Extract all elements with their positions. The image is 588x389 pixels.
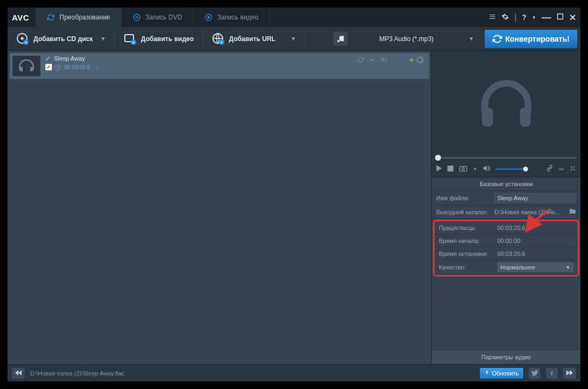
link-icon[interactable] (546, 165, 553, 173)
folder-icon[interactable] (569, 208, 576, 215)
video-add-icon: + (124, 32, 137, 45)
svg-point-19 (342, 39, 344, 41)
add-url-button[interactable]: + Добавить URL ▼ (206, 29, 302, 49)
svg-text:+: + (132, 40, 135, 45)
svg-point-9 (21, 37, 24, 39)
facebook-icon[interactable]: f (546, 368, 558, 379)
svg-marker-28 (483, 166, 486, 172)
play-icon[interactable] (436, 165, 442, 173)
pencil-icon[interactable] (45, 56, 51, 61)
help-dropdown-icon[interactable]: ▼ (532, 15, 536, 20)
button-label: Добавить видео (141, 35, 194, 43)
play-icon (204, 13, 213, 22)
tab-label: Запись DVD (145, 14, 182, 21)
collapse-right-button[interactable] (563, 368, 576, 379)
expand-icon[interactable] (570, 165, 576, 173)
tab-dvd[interactable]: Запись DVD (122, 8, 193, 27)
svg-rect-7 (558, 14, 563, 19)
filename-input[interactable] (495, 193, 576, 203)
highlighted-settings: Працягласць: 00:03:20.6 Время начала: 00… (433, 220, 579, 276)
minimize-icon[interactable]: — (542, 12, 551, 23)
chevron-down-icon[interactable]: ▼ (473, 167, 477, 172)
tab-video[interactable]: Запись видео (193, 8, 270, 27)
add-video-button[interactable]: + Добавить видео (118, 29, 199, 49)
scissors-icon[interactable]: ✂ (559, 166, 564, 173)
collapse-left-button[interactable] (12, 368, 25, 379)
prop-start-time: Время начала: 00:00:00 (435, 234, 578, 247)
clock-icon (55, 64, 61, 70)
close-icon[interactable]: ✕ (569, 12, 576, 23)
app-logo: AVC (12, 13, 29, 22)
gear-icon[interactable] (502, 13, 509, 22)
refresh-icon[interactable] (357, 56, 364, 64)
scissors-icon[interactable]: ✂ (369, 56, 375, 64)
svg-point-1 (136, 16, 138, 18)
separator (305, 31, 305, 47)
separator (203, 31, 203, 47)
camera-icon[interactable] (459, 165, 467, 173)
svg-marker-30 (18, 370, 22, 375)
prop-label: Время остановки: (439, 250, 497, 257)
svg-marker-24 (437, 165, 442, 172)
button-label: Обновить (492, 370, 519, 377)
svg-text:+: + (25, 40, 28, 45)
prop-label: Працягласць: (439, 225, 497, 231)
chevron-down-icon: ▼ (566, 265, 570, 270)
button-label: Добавить URL (229, 35, 276, 43)
prop-label: Имя файла: (436, 195, 495, 201)
file-title: Sleep Away (54, 55, 85, 62)
maximize-icon[interactable] (557, 13, 564, 22)
update-button[interactable]: Обновить (480, 368, 523, 379)
seek-slider[interactable] (432, 154, 580, 161)
svg-rect-22 (482, 108, 493, 127)
file-duration: 00:03:20.6 (64, 64, 90, 70)
svg-text:+: + (220, 40, 223, 45)
playlist-icon[interactable] (380, 56, 387, 64)
status-bar: D:\Новая папка (2)\Sleep Away.flac Обнов… (8, 364, 580, 381)
remove-icon[interactable]: ✕ (416, 56, 424, 64)
tab-convert[interactable]: Преобразование (36, 8, 122, 27)
preview-area (432, 51, 580, 154)
convert-button[interactable]: Конвертировать! (485, 30, 577, 48)
player-controls: ▼ ✂ (432, 161, 580, 177)
svg-point-27 (462, 168, 464, 170)
svg-marker-3 (208, 16, 210, 19)
title-bar: AVC Преобразование Запись DVD Запись вид… (8, 8, 580, 27)
headphones-icon (17, 58, 36, 74)
main-tabs: Преобразование Запись DVD Запись видео (36, 8, 489, 27)
list-icon[interactable] (489, 13, 496, 22)
twitter-icon[interactable] (529, 368, 540, 379)
prop-output-dir: Выходной каталог: D:\Новая папка (2)\Но.… (432, 206, 580, 219)
volume-icon[interactable] (483, 165, 490, 173)
file-item[interactable]: Sleep Away ✓ 00:03:20.6 ♪ ✂ (10, 53, 429, 79)
prop-quality: Качество: Нормальное ▼ (435, 260, 578, 275)
stop-icon[interactable] (447, 166, 453, 173)
disc-icon (132, 13, 141, 22)
svg-marker-32 (570, 370, 573, 375)
svg-point-0 (133, 14, 140, 21)
help-icon[interactable]: ? (522, 13, 527, 22)
file-checkbox[interactable]: ✓ (45, 64, 52, 70)
chevron-down-icon: ▼ (469, 36, 474, 42)
music-note-icon (333, 32, 348, 46)
quality-select[interactable]: Нормальное ▼ (497, 262, 573, 272)
toolbar: + Добавить CD диск ▼ + Добавить видео + … (8, 27, 580, 51)
separator (115, 31, 115, 47)
svg-point-18 (337, 40, 339, 42)
add-icon[interactable]: + (409, 55, 414, 65)
chevron-down-icon: ▼ (101, 36, 106, 42)
status-path: D:\Новая папка (2)\Sleep Away.flac (30, 370, 475, 377)
add-cd-button[interactable]: + Добавить CD диск ▼ (11, 29, 111, 49)
music-note-icon: ♪ (96, 64, 99, 70)
prop-label: Выходной каталог: (436, 209, 495, 215)
headphones-icon (474, 75, 539, 129)
select-value: Нормальное (500, 264, 535, 271)
volume-slider[interactable] (496, 168, 528, 170)
cd-add-icon: + (16, 32, 29, 45)
audio-params-button[interactable]: Параметры аудио (432, 350, 580, 364)
prop-filename: Имя файла: (432, 191, 580, 206)
settings-header: Базовые установки (432, 177, 580, 191)
file-thumbnail (12, 55, 41, 77)
output-dir-value: D:\Новая папка (2)\Но... (495, 209, 567, 215)
format-selector[interactable]: MP3 Audio (*.mp3) ▼ (328, 30, 479, 48)
